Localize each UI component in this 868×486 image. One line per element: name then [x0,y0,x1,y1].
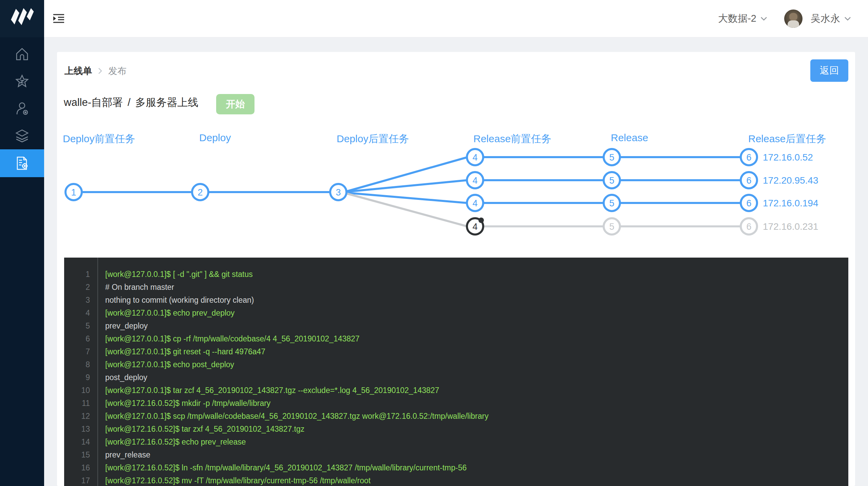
console-line: 8[work@127.0.0.1]$ echo post_deploy [64,358,848,371]
walle-logo[interactable] [0,0,44,37]
sidebar-item-user-settings[interactable] [0,95,44,122]
svg-text:4: 4 [472,152,477,163]
host-ip: 172.20.95.43 [763,175,818,186]
line-text: prev_deploy [105,321,148,331]
svg-text:6: 6 [746,152,751,163]
console-line: 15prev_release [64,448,848,461]
line-text: [work@127.0.0.1]$ [ -d ".git" ] && git s… [105,270,253,279]
pipeline-node-1: 1 [65,184,82,200]
console-line: 3nothing to commit (working directory cl… [64,294,848,306]
console-line: 2# On branch master [64,281,848,294]
pipeline-node-2: 2 [192,184,208,200]
sidebar-item-home[interactable] [0,41,44,68]
svg-text:6: 6 [746,175,751,186]
line-text: post_deploy [105,373,147,382]
home-icon [15,47,30,62]
deploy-doc-icon [14,155,30,171]
line-text: [work@127.0.0.1]$ cp -rf /tmp/walle/code… [105,334,360,343]
project-name: walle-自部署 [64,95,123,110]
line-number: 2 [64,283,90,292]
breadcrumb-root-link[interactable]: 上线单 [64,65,92,77]
page-title: walle-自部署 / 多服务器上线 [64,95,199,110]
gutter-divider [97,258,98,486]
svg-text:6: 6 [746,222,751,232]
line-number: 11 [64,399,90,408]
line-text: [work@172.16.0.52]$ mkdir -p /tmp/walle/… [105,399,270,408]
console-line: 6[work@127.0.0.1]$ cp -rf /tmp/walle/cod… [64,332,848,345]
running-indicator-dot [478,218,484,223]
task-name: 多服务器上线 [135,95,199,110]
line-text: [work@127.0.0.1]$ git reset -q --hard 49… [105,347,265,356]
svg-text:5: 5 [609,222,614,232]
start-button[interactable]: 开始 [216,94,254,114]
main-card: 上线单 发布 返回 walle-自部署 / 多服务器上线 开始 Deploy前置… [57,52,855,486]
line-text: [work@172.16.0.52]$ tar zxf 4_56_2019010… [105,425,304,434]
console-line: 16[work@172.16.0.52]$ ln -sfn /tmp/walle… [64,461,848,474]
chevron-down-icon [844,16,851,21]
pipeline-graph: 1 2 3 4 5 6 172.16.0.52 4 5 6 172 [57,140,855,252]
line-number: 10 [64,386,90,395]
line-text: # On branch master [105,283,174,292]
sidebar-item-deployments[interactable] [0,149,44,177]
console-line: 4[work@127.0.0.1]$ echo prev_deploy [64,306,848,319]
svg-text:5: 5 [609,175,614,186]
avatar[interactable] [784,10,803,28]
line-number: 7 [64,347,90,356]
line-text: prev_release [105,450,150,460]
breadcrumb-current: 发布 [108,65,127,77]
line-number: 15 [64,450,90,460]
line-number: 13 [64,425,90,434]
svg-text:2: 2 [197,187,203,198]
console-line: 12[work@127.0.0.1]$ scp /tmp/walle/codeb… [64,410,848,423]
top-navbar: 大数据-2 吴水永 [0,0,868,37]
workspace-dropdown[interactable]: 大数据-2 [715,12,771,25]
breadcrumb: 上线单 发布 [64,65,127,77]
console-line: 10[work@127.0.0.1]$ tar zcf 4_56_2019010… [64,384,848,397]
svg-text:4: 4 [472,175,477,186]
walle-logo-icon [7,7,37,31]
console-line: 1[work@127.0.0.1]$ [ -d ".git" ] && git … [64,268,848,281]
host-ip: 172.16.0.52 [763,152,813,163]
line-number: 9 [64,373,90,382]
user-name: 吴水永 [811,12,840,25]
sidebar-item-favorites[interactable] [0,68,44,95]
line-number: 6 [64,334,90,343]
svg-text:6: 6 [746,198,751,208]
console-line: 9post_deploy [64,371,848,384]
console-line: 7[work@127.0.0.1]$ git reset -q --hard 4… [64,345,848,358]
console-line: 11[work@172.16.0.52]$ mkdir -p /tmp/wall… [64,397,848,410]
console-line: 17[work@172.16.0.52]$ mv -fT /tmp/walle/… [64,474,848,486]
line-number: 1 [64,270,90,279]
line-number: 16 [64,463,90,472]
line-text: [work@127.0.0.1]$ scp /tmp/walle/codebas… [105,412,489,421]
svg-text:4: 4 [472,222,477,232]
line-number: 12 [64,412,90,421]
sidebar-item-projects[interactable] [0,122,44,149]
line-text: nothing to commit (working directory cle… [105,296,254,305]
sidebar [0,37,44,486]
line-number: 8 [64,360,90,369]
star-icon [15,74,30,89]
console-line: 14[work@172.16.0.52]$ echo prev_release [64,435,848,448]
line-text: [work@172.16.0.52]$ echo prev_release [105,437,246,447]
console-line: 13[work@172.16.0.52]$ tar zxf 4_56_20190… [64,423,848,435]
menu-unfold-icon[interactable] [52,11,66,26]
svg-text:5: 5 [609,152,614,163]
pipeline-node-3: 3 [330,184,346,200]
layers-icon [14,128,30,143]
line-text: [work@127.0.0.1]$ echo post_deploy [105,360,234,369]
host-ip: 172.16.0.231 [763,221,818,232]
line-number: 5 [64,321,90,331]
line-text: [work@127.0.0.1]$ tar zcf 4_56_20190102_… [105,386,439,395]
deploy-console-log[interactable]: 1[work@127.0.0.1]$ [ -d ".git" ] && git … [64,258,848,486]
line-text: [work@172.16.0.52]$ mv -fT /tmp/walle/li… [105,476,371,485]
back-button[interactable]: 返回 [810,59,848,82]
svg-text:3: 3 [336,187,341,198]
user-settings-icon [15,101,30,116]
title-separator: / [123,96,135,109]
user-dropdown[interactable]: 吴水永 [807,12,854,25]
line-number: 4 [64,309,90,318]
svg-text:5: 5 [609,198,614,208]
line-number: 3 [64,296,90,305]
chevron-down-icon [760,16,767,21]
